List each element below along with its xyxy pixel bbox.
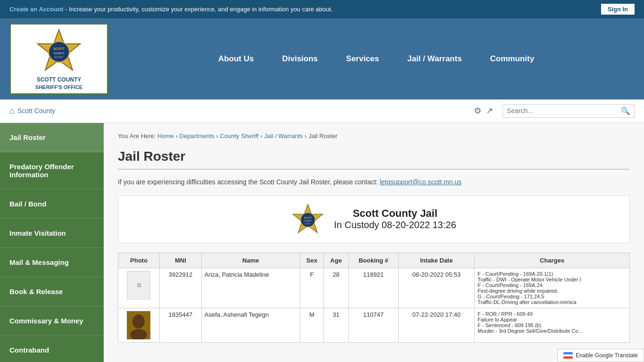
you-are-here-label: You Are Here: xyxy=(118,132,156,140)
breadcrumb: You Are Here: Home › Departments › Count… xyxy=(118,132,630,140)
svg-text:SCOTT: SCOTT xyxy=(304,216,312,219)
roster-badge: SCOTT COUNTY SHERIFF xyxy=(291,203,324,236)
breadcrumb-jail-warrants[interactable]: Jail / Warrants xyxy=(264,132,303,140)
photo-placeholder: 🖼 xyxy=(127,271,150,299)
sidebar-item-book-release[interactable]: Book & Release xyxy=(0,277,104,306)
svg-text:SHERIFF: SHERIFF xyxy=(54,56,64,58)
svg-text:SCOTT: SCOTT xyxy=(53,47,65,50)
inmate-photo xyxy=(127,311,150,339)
contact-email-link[interactable]: letgsupport@co.scott.mn.us xyxy=(380,178,462,186)
col-mni: MNI xyxy=(159,253,201,268)
search-button[interactable]: 🔍 xyxy=(621,107,630,115)
roster-title: Scott County Jail In Custody 08-20-2022 … xyxy=(334,207,456,230)
cell-photo: 🖼 xyxy=(118,268,160,308)
breadcrumb-current: Jail Roster xyxy=(308,132,337,140)
share-icon[interactable]: ↗ xyxy=(486,106,493,116)
sidebar-item-inmate-visitation[interactable]: Inmate Visitation xyxy=(0,219,104,248)
col-charges: Charges xyxy=(475,253,630,268)
sub-header-icons: ⚙ ↗ xyxy=(474,106,493,116)
cell-name: Ariza, Patricia Madeline xyxy=(201,268,300,308)
search-area: 🔍 xyxy=(503,104,635,118)
roster-header: SCOTT COUNTY SHERIFF Scott County Jail I… xyxy=(118,195,630,243)
col-sex: Sex xyxy=(300,253,323,268)
col-photo: Photo xyxy=(118,253,160,268)
breadcrumb-home[interactable]: Home xyxy=(157,132,174,140)
create-account-link[interactable]: Create an Account xyxy=(9,6,63,13)
cell-charges: F - ROR / RPR - 609.49 Failure to Appear… xyxy=(475,308,630,342)
site-header: SCOTT COUNTY SHERIFF SCOTT COUNTY SHERIF… xyxy=(0,18,644,99)
cell-sex: F xyxy=(300,268,323,308)
cell-mni: 3922912 xyxy=(159,268,201,308)
google-translate-icon xyxy=(563,352,573,359)
roster-star-icon: SCOTT COUNTY SHERIFF xyxy=(291,203,324,236)
logo-text: SCOTT COUNTY SHERIFF'S OFFICE xyxy=(35,76,83,90)
sidebar: Jail Roster Predatory Offender Informati… xyxy=(0,123,104,362)
sidebar-item-jail-roster[interactable]: Jail Roster xyxy=(0,123,104,152)
cell-intake: 08-20-2022 05:53 xyxy=(398,268,475,308)
col-intake: Intake Date xyxy=(398,253,475,268)
table-row: 🖼 3922912 Ariza, Patricia Madeline F 28 … xyxy=(118,268,630,308)
cell-age: 28 xyxy=(324,268,348,308)
sheriff-star-icon: SCOTT COUNTY SHERIFF xyxy=(35,27,83,74)
inmate-face-icon xyxy=(127,311,150,339)
svg-text:SHERIFF: SHERIFF xyxy=(305,222,312,224)
page-layout: Jail Roster Predatory Offender Informati… xyxy=(0,123,644,362)
breadcrumb-county-sheriff[interactable]: County Sheriff xyxy=(220,132,258,140)
sidebar-item-bail-bond[interactable]: Bail / Bond xyxy=(0,189,104,219)
logo-badge: SCOTT COUNTY SHERIFF xyxy=(35,27,83,74)
top-bar-tagline: - Increase your productivity, customize … xyxy=(65,6,333,13)
breadcrumb-nav: ⌂ Scott County xyxy=(9,106,469,116)
sign-in-button[interactable]: Sign In xyxy=(601,4,635,15)
cell-name: Asefa, Ashenafi Tegegn xyxy=(201,308,300,342)
col-booking: Booking # xyxy=(348,253,398,268)
table-row: 1835447 Asefa, Ashenafi Tegegn M 31 1107… xyxy=(118,308,630,342)
nav-divisions[interactable]: Divisions xyxy=(268,40,332,78)
main-nav: About Us Divisions Services Jail / Warra… xyxy=(118,40,635,78)
svg-text:COUNTY: COUNTY xyxy=(53,52,65,55)
svg-text:COUNTY: COUNTY xyxy=(304,220,312,222)
notice-text: If you are experiencing difficulties acc… xyxy=(118,178,630,186)
cell-intake: 07-22-2020 17:40 xyxy=(398,308,475,342)
home-link[interactable]: Scott County xyxy=(17,107,55,115)
sidebar-item-contraband[interactable]: Contraband xyxy=(0,336,104,362)
nav-jail-warrants[interactable]: Jail / Warrants xyxy=(393,40,476,78)
cell-sex: M xyxy=(300,308,323,342)
col-age: Age xyxy=(324,253,348,268)
translate-label: Enable Google Translate xyxy=(576,352,638,359)
main-content: You Are Here: Home › Departments › Count… xyxy=(104,123,644,362)
col-name: Name xyxy=(201,253,300,268)
roster-title-line1: Scott County Jail xyxy=(334,207,456,220)
sidebar-item-predatory-offender[interactable]: Predatory Offender Information xyxy=(0,152,104,189)
sidebar-item-commissary-money[interactable]: Commissary & Money xyxy=(0,306,104,336)
cell-photo xyxy=(118,308,160,342)
translate-bar[interactable]: Enable Google Translate xyxy=(557,349,644,362)
nav-services[interactable]: Services xyxy=(332,40,393,78)
roster-table: Photo MNI Name Sex Age Booking # Intake … xyxy=(118,253,630,343)
table-header-row: Photo MNI Name Sex Age Booking # Intake … xyxy=(118,253,630,268)
page-title: Jail Roster xyxy=(118,149,630,170)
cell-mni: 1835447 xyxy=(159,308,201,342)
home-icon: ⌂ xyxy=(9,106,15,116)
roster-title-line2: In Custody 08-20-2022 13:26 xyxy=(334,220,456,230)
sub-header: ⌂ Scott County ⚙ ↗ 🔍 xyxy=(0,99,644,123)
search-input[interactable] xyxy=(507,107,621,115)
top-bar: Create an Account - Increase your produc… xyxy=(0,0,644,18)
cell-age: 31 xyxy=(324,308,348,342)
cell-charges: F - Court/Pending - 169A.20.1(1) Traffic… xyxy=(475,268,630,308)
nav-community[interactable]: Community xyxy=(476,40,549,78)
breadcrumb-departments[interactable]: Departments xyxy=(179,132,214,140)
svg-point-11 xyxy=(132,314,145,329)
settings-icon[interactable]: ⚙ xyxy=(474,106,481,116)
nav-about-us[interactable]: About Us xyxy=(204,40,268,78)
logo-area: SCOTT COUNTY SHERIFF SCOTT COUNTY SHERIF… xyxy=(9,23,108,95)
top-bar-message: Create an Account - Increase your produc… xyxy=(9,6,333,13)
cell-booking: 110747 xyxy=(348,308,398,342)
cell-booking: 118921 xyxy=(348,268,398,308)
sidebar-item-mail-messaging[interactable]: Mail & Messaging xyxy=(0,248,104,277)
